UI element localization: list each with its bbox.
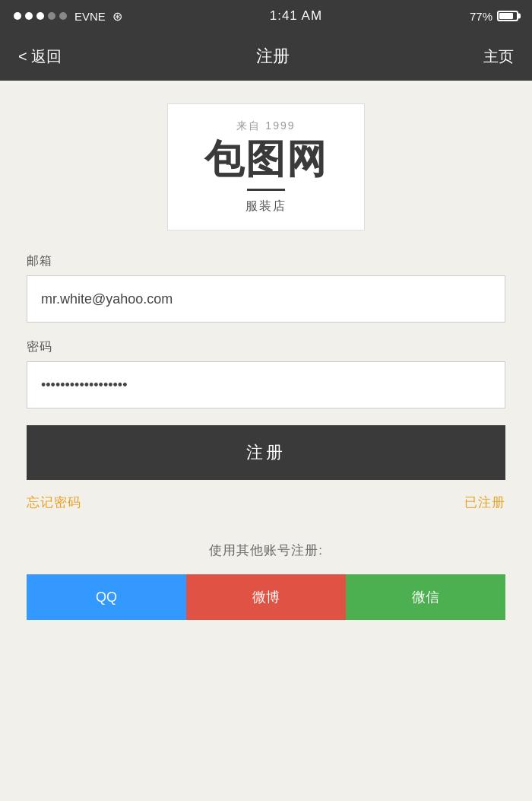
back-button[interactable]: < 返回 <box>18 46 62 67</box>
carrier-label: EVNE <box>74 10 106 23</box>
email-label: 邮箱 <box>27 253 505 269</box>
logo-tagline: 服装店 <box>183 199 349 215</box>
password-input[interactable] <box>27 361 505 408</box>
main-content: 来自 1999 包图网 服装店 邮箱 密码 注册 忘记密码 已注册 使用其他账号… <box>0 81 532 801</box>
status-left: EVNE ⊛ <box>14 9 122 24</box>
signal-dot-2 <box>25 12 33 20</box>
signal-dot-4 <box>48 12 55 20</box>
already-registered-link[interactable]: 已注册 <box>464 494 505 511</box>
logo-divider <box>247 189 285 191</box>
signal-dot-5 <box>59 12 67 20</box>
nav-bar: < 返回 注册 主页 <box>0 32 532 81</box>
status-right: 77% <box>470 10 518 23</box>
qq-button[interactable]: QQ <box>27 574 186 620</box>
email-input[interactable] <box>27 275 505 323</box>
home-button[interactable]: 主页 <box>483 46 514 67</box>
wechat-button[interactable]: 微信 <box>346 574 505 620</box>
links-row: 忘记密码 已注册 <box>27 494 505 511</box>
password-label: 密码 <box>27 339 505 355</box>
logo-subtitle: 来自 1999 <box>183 119 349 133</box>
form-section: 邮箱 密码 注册 忘记密码 已注册 <box>27 253 505 511</box>
signal-dot-1 <box>14 12 21 20</box>
social-buttons: QQ 微博 微信 <box>27 574 505 620</box>
status-time: 1:41 AM <box>270 8 322 24</box>
logo-card: 来自 1999 包图网 服装店 <box>167 103 365 230</box>
social-label: 使用其他账号注册: <box>27 542 505 559</box>
logo-title: 包图网 <box>183 138 349 181</box>
wifi-icon: ⊛ <box>112 9 122 24</box>
battery-percent: 77% <box>470 10 492 23</box>
status-bar: EVNE ⊛ 1:41 AM 77% <box>0 0 532 32</box>
signal-dot-3 <box>36 12 44 20</box>
social-section: 使用其他账号注册: QQ 微博 微信 <box>27 542 505 620</box>
nav-title: 注册 <box>256 45 290 68</box>
forgot-password-link[interactable]: 忘记密码 <box>27 494 81 511</box>
register-button[interactable]: 注册 <box>27 425 505 480</box>
battery-fill <box>499 13 513 19</box>
weibo-button[interactable]: 微博 <box>186 574 346 620</box>
battery-icon <box>497 11 518 21</box>
